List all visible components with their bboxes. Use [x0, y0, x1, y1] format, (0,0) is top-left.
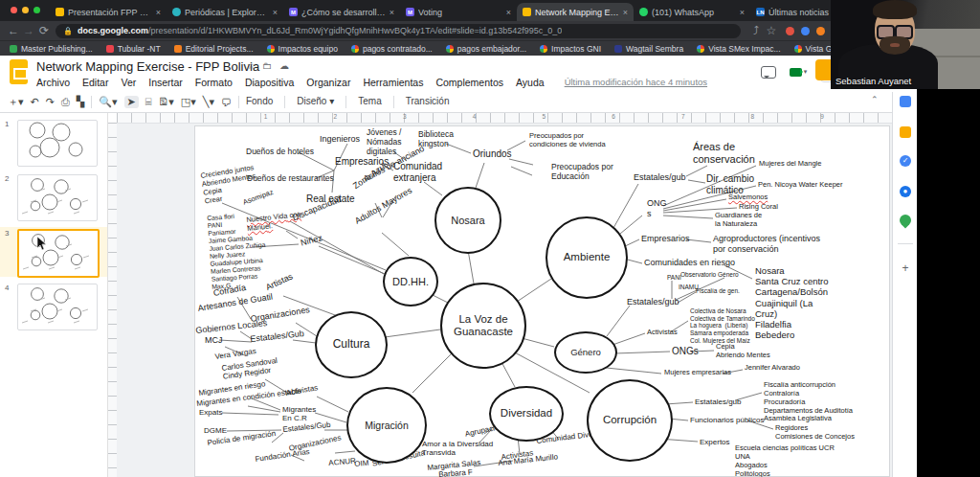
webcam-overlay-window[interactable]: Sebastian Auyanet [831, 0, 980, 89]
tab-close-icon[interactable]: × [740, 8, 745, 17]
bookmark-item[interactable]: Editorial Projects... [174, 44, 254, 54]
toolbar-transición-button[interactable]: Transición [406, 96, 450, 108]
redo-icon[interactable]: ↷ [46, 96, 55, 108]
bookmark-item[interactable]: Impactos GNI [540, 44, 601, 54]
diagram-label[interactable]: Guardianes de la Naturaleza [715, 212, 762, 229]
diagram-label[interactable]: Agroproductores (incentivos por conserva… [713, 234, 820, 254]
keep-icon[interactable] [900, 126, 911, 138]
extension-icon[interactable] [816, 27, 825, 35]
toolbar-fondo-button[interactable]: Fondo [246, 96, 273, 108]
zoom-icon[interactable]: 🔍▾ [99, 96, 117, 108]
browser-tab[interactable]: MVoting× [400, 3, 517, 21]
diagram-label[interactable]: Migrantes En C.R [282, 405, 316, 423]
open-comments-icon[interactable] [761, 66, 776, 79]
reload-icon[interactable]: ⟳ [36, 24, 52, 37]
tab-close-icon[interactable]: × [390, 8, 394, 17]
star-document-icon[interactable]: ☆ [247, 60, 256, 71]
diagram-label[interactable]: Barbara F [438, 468, 473, 477]
menu-archivo[interactable]: Archivo [36, 77, 70, 88]
diagram-label[interactable]: Dueños de restaurantes [247, 173, 334, 183]
slide-thumbnail-3[interactable] [17, 229, 100, 278]
slides-logo-icon[interactable] [10, 59, 28, 84]
diagram-label[interactable]: Pen. Nicoya Water Keeper [758, 181, 843, 190]
diagram-label[interactable]: OIM [354, 459, 369, 469]
browser-tab[interactable]: Periódicas | Explorador de A...× [167, 3, 283, 21]
bookmark-item[interactable]: Tubular -NT [106, 44, 161, 54]
diagram-label[interactable]: Preocupados por Educación [551, 162, 613, 181]
diagram-node[interactable]: Diversidad [489, 386, 564, 442]
diagram-label[interactable]: ONGs [672, 346, 699, 357]
bookmark-item[interactable]: Master Publishing... [10, 44, 93, 54]
insert-shape-icon[interactable]: ◳▾ [181, 96, 196, 108]
diagram-label[interactable]: Nosara Santa Cruz centro Cartagena/Bolsó… [755, 265, 829, 340]
menu-formato[interactable]: Formato [195, 77, 233, 88]
tab-close-icon[interactable]: × [506, 8, 511, 17]
diagram-label[interactable]: Observatorio Género [680, 271, 739, 279]
bookmark-item[interactable]: pagos contratado... [351, 44, 433, 54]
meet-icon[interactable]: ▾ [790, 68, 808, 77]
new-slide-button[interactable]: ＋▾ [8, 95, 24, 109]
diagram-label[interactable]: Amor a la Diversidad Transvida [422, 440, 493, 458]
bookmark-star-icon[interactable]: ☆ [764, 24, 779, 37]
last-edit-status[interactable]: Última modificación hace 4 minutos [565, 77, 707, 88]
insert-line-icon[interactable]: ╲▾ [203, 96, 214, 108]
diagram-label[interactable]: Cepia Abriendo Mentes [716, 343, 770, 360]
diagram-label[interactable]: Activistas [647, 329, 678, 337]
diagram-label[interactable]: Biblioteca kingston [418, 129, 454, 148]
diagram-label[interactable]: Jóvenes / Nómadas digitales [367, 127, 401, 156]
diagram-node[interactable]: Ambiente [546, 216, 628, 299]
maps-icon[interactable] [898, 213, 914, 229]
diagram-label[interactable]: MCJ [205, 335, 223, 346]
menu-editar[interactable]: Editar [82, 77, 108, 88]
window-zoom-button[interactable] [33, 7, 40, 13]
diagram-label[interactable]: Jennifer Alvarado [745, 364, 800, 373]
diagram-label[interactable]: Estatales/gub [634, 172, 686, 183]
bookmark-item[interactable]: Impactos equipo [267, 44, 338, 54]
calendar-icon[interactable] [900, 96, 911, 107]
diagram-label[interactable]: Estatales/gub [695, 398, 741, 406]
insert-comment-icon[interactable]: 🗩 [221, 97, 232, 108]
tab-close-icon[interactable]: × [156, 8, 161, 17]
diagram-node[interactable]: Corrupción [587, 379, 673, 462]
diagram-label[interactable]: Regidores Comisiones de Concejos [775, 424, 855, 442]
paint-format-icon[interactable]: ▚ [77, 96, 84, 108]
diagram-node[interactable]: DD.HH. [383, 257, 438, 307]
bookmark-item[interactable]: Vista SMex Impac... [697, 44, 780, 54]
diagram-label[interactable]: Dueños de hoteles [246, 147, 314, 156]
diagram-label[interactable]: Expats [199, 408, 222, 417]
toolbar-diseño-button[interactable]: Diseño ▾ [297, 96, 334, 108]
window-minimize-button[interactable] [22, 7, 29, 13]
menu-ver[interactable]: Ver [121, 77, 136, 88]
diagram-label[interactable]: Oriundos [473, 148, 512, 160]
diagram-label[interactable]: Expertos [700, 438, 730, 446]
diagram-label[interactable]: PANI [667, 274, 681, 282]
diagram-label[interactable]: Empresarios [641, 234, 690, 244]
slide-thumbnail-4[interactable] [17, 284, 98, 330]
tab-close-icon[interactable]: × [623, 8, 628, 17]
share-button[interactable] [815, 59, 831, 80]
bookmark-item[interactable]: Wagtail Sembra [614, 44, 683, 54]
diagram-node[interactable]: La Voz de Guanacaste [440, 283, 526, 369]
window-close-button[interactable] [11, 7, 17, 13]
diagram-label[interactable]: Escuela ciencias políticas UCR UNA Aboga… [735, 444, 835, 477]
hide-menus-icon[interactable]: ⌃ [871, 95, 879, 104]
menu-organizar[interactable]: Organizar [306, 77, 350, 88]
diagram-label[interactable]: Mujeres empresarias [664, 369, 731, 377]
diagram-label[interactable]: Fiscalía de gen. [696, 287, 740, 295]
back-icon[interactable]: ← [6, 24, 21, 37]
select-tool-icon[interactable]: ➤ [124, 96, 139, 108]
extension-icon[interactable] [801, 27, 810, 35]
browser-tab[interactable]: Network Mapping Exercise× [517, 3, 634, 21]
diagram-node[interactable]: Género [554, 331, 617, 374]
browser-tab[interactable]: (101) WhatsApp× [634, 3, 750, 21]
add-addon-icon[interactable]: + [900, 262, 911, 274]
slide-thumbnail-2[interactable] [17, 174, 98, 221]
address-bar[interactable]: 🔒 docs.google.com/presentation/d/1HKWBMV… [56, 24, 741, 38]
diagram-label[interactable]: Fiscalía anticorrupción Contraloría Proc… [764, 381, 853, 423]
document-title[interactable]: Network Mapping Exercise - FPP Bolivia [36, 59, 259, 74]
menu-insertar[interactable]: Insertar [148, 77, 183, 88]
move-folder-icon[interactable]: 🗀 [262, 60, 272, 71]
diagram-label[interactable]: Salvemonos [728, 193, 768, 202]
slide-thumbnail-1[interactable] [17, 120, 98, 167]
menu-diapositiva[interactable]: Diapositiva [245, 77, 294, 88]
